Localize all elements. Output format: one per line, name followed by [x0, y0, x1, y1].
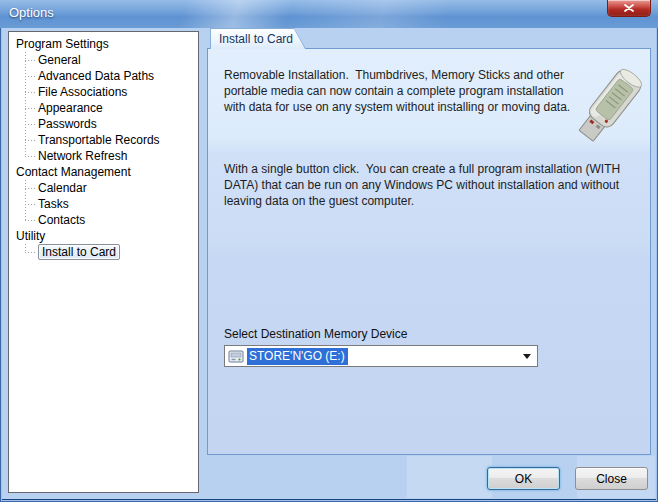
tree-item-label: Contacts — [38, 213, 85, 227]
select-device-label: Select Destination Memory Device — [224, 327, 407, 341]
window-title: Options — [9, 5, 54, 20]
tab-install-to-card[interactable]: Install to Card — [210, 28, 306, 49]
tree-item-label: Install to Card — [38, 244, 120, 260]
tree-group-contact-management[interactable]: Contact Management — [14, 164, 196, 180]
tree-item-label: Advanced Data Paths — [38, 69, 154, 83]
install-to-card-panel: Removable Installation. Thumbdrives, Mem… — [207, 48, 651, 455]
destination-device-combobox[interactable]: STORE'N'GO (E:) — [224, 345, 538, 367]
tree-item-label: Transportable Records — [38, 133, 160, 147]
tab-label: Install to Card — [211, 29, 305, 49]
tree-panel[interactable]: Program SettingsGeneralAdvanced Data Pat… — [8, 31, 199, 493]
tree-item-contacts[interactable]: Contacts — [14, 212, 196, 228]
tree-item-calendar[interactable]: Calendar — [14, 180, 196, 196]
selected-device-value: STORE'N'GO (E:) — [247, 348, 348, 365]
close-window-button[interactable] — [607, 0, 651, 17]
ok-button[interactable]: OK — [487, 467, 560, 490]
tree-children-utility: Install to Card — [14, 244, 196, 260]
tree-item-file-associations[interactable]: File Associations — [14, 84, 196, 100]
tree-item-network-refresh[interactable]: Network Refresh — [14, 148, 196, 164]
description-paragraph-2: With a single button click. You can crea… — [224, 161, 656, 209]
tree-item-label: Appearance — [38, 101, 103, 115]
titlebar[interactable]: Options — [0, 0, 658, 28]
tree-item-label: Passwords — [38, 117, 97, 131]
tree-item-install-to-card[interactable]: Install to Card — [14, 244, 196, 260]
usb-thumbdrive-image — [568, 57, 646, 161]
removable-drive-icon — [228, 350, 244, 363]
tree-group-utility[interactable]: Utility — [14, 228, 196, 244]
options-dialog: Options Program SettingsGeneralAdvanced … — [0, 0, 658, 502]
tree-item-label: File Associations — [38, 85, 127, 99]
tree-item-label: General — [38, 53, 81, 67]
combobox-dropdown-arrow[interactable] — [523, 354, 531, 359]
tree-children-program-settings: GeneralAdvanced Data PathsFile Associati… — [14, 52, 196, 164]
close-button[interactable]: Close — [575, 467, 648, 490]
tree-item-label: Network Refresh — [38, 149, 127, 163]
tree-item-general[interactable]: General — [14, 52, 196, 68]
tree-item-label: Calendar — [38, 181, 87, 195]
tree-item-passwords[interactable]: Passwords — [14, 116, 196, 132]
tree-item-appearance[interactable]: Appearance — [14, 100, 196, 116]
description-paragraph-1: Removable Installation. Thumbdrives, Mem… — [224, 67, 588, 115]
tree-item-advanced-data-paths[interactable]: Advanced Data Paths — [14, 68, 196, 84]
tree-item-tasks[interactable]: Tasks — [14, 196, 196, 212]
tree-item-transportable-records[interactable]: Transportable Records — [14, 132, 196, 148]
tree-children-contact-management: CalendarTasksContacts — [14, 180, 196, 228]
close-icon — [624, 4, 634, 12]
tree-item-label: Tasks — [38, 197, 69, 211]
tree-group-program-settings[interactable]: Program Settings — [14, 36, 196, 52]
